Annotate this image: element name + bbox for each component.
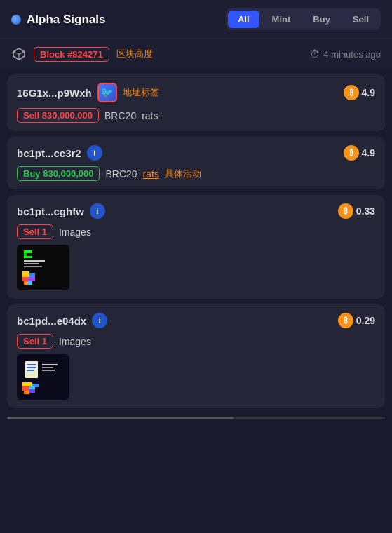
svg-rect-7 xyxy=(22,271,29,277)
svg-rect-3 xyxy=(27,250,29,253)
time-ago: 4 minutes ago xyxy=(323,49,381,60)
logo-dot xyxy=(11,15,21,25)
btc-icon-3: ₿ xyxy=(338,203,353,219)
card-4-action: Sell 1 Images xyxy=(17,334,375,349)
card-2-btc: ₿ 4.9 xyxy=(344,145,375,161)
card-1-header: 16G1x...p9Wxh 🐦 地址标签 ₿ 4.9 xyxy=(17,83,375,102)
card-3-token-type: Images xyxy=(59,227,91,238)
card-3-nft-image xyxy=(17,245,69,290)
card-4-avatar: i xyxy=(92,313,107,328)
card-1-btc: ₿ 4.9 xyxy=(344,85,375,100)
svg-rect-5 xyxy=(24,253,27,256)
card-3-action: Sell 1 Images xyxy=(17,224,375,239)
svg-rect-11 xyxy=(24,281,28,285)
svg-rect-21 xyxy=(22,382,32,386)
card-2-token-type: BRC20 xyxy=(105,168,137,180)
block-bar: Block #824271 区块高度 ⏱ 4 minutes ago xyxy=(0,39,392,69)
svg-rect-13 xyxy=(24,260,45,262)
card-2-avatar: i xyxy=(87,145,102,161)
card-2-activity: 具体活动 xyxy=(165,168,201,180)
card-3-avatar: i xyxy=(90,203,105,219)
svg-rect-25 xyxy=(24,391,29,394)
card-3-btc: ₿ 0.33 xyxy=(338,203,375,219)
svg-rect-29 xyxy=(42,370,55,371)
card-1: 16G1x...p9Wxh 🐦 地址标签 ₿ 4.9 Sell 830,000,… xyxy=(7,74,385,131)
svg-rect-19 xyxy=(27,367,36,368)
card-4-sell-tag[interactable]: Sell 1 xyxy=(17,334,53,349)
svg-rect-12 xyxy=(28,281,32,285)
svg-rect-2 xyxy=(24,250,27,253)
card-1-btc-amount: 4.9 xyxy=(362,87,375,98)
svg-rect-15 xyxy=(24,266,42,267)
card-4-token-type: Images xyxy=(59,336,91,347)
card-3-header: bc1pt...cghfw i ₿ 0.33 xyxy=(17,203,375,219)
svg-rect-20 xyxy=(27,370,34,371)
tab-buy[interactable]: Buy xyxy=(303,11,340,28)
card-2-action: Buy 830,000,000 BRC20 rats 具体活动 xyxy=(17,166,375,181)
tab-mint[interactable]: Mint xyxy=(262,11,301,28)
card-2-buy-tag[interactable]: Buy 830,000,000 xyxy=(17,166,100,181)
card-2: bc1pt...cc3r2 i ₿ 4.9 Buy 830,000,000 BR… xyxy=(7,137,385,189)
svg-rect-8 xyxy=(29,273,35,277)
card-2-token-name[interactable]: rats xyxy=(143,168,159,180)
card-1-avatar: 🐦 xyxy=(97,83,117,102)
card-3: bc1pt...cghfw i ₿ 0.33 Sell 1 Images xyxy=(7,195,385,299)
card-4-address[interactable]: bc1pd...e04dx xyxy=(17,315,86,327)
card-1-token-type: BRC20 xyxy=(104,110,136,121)
card-3-sell-tag[interactable]: Sell 1 xyxy=(17,224,53,239)
tab-all[interactable]: All xyxy=(228,11,259,28)
card-1-tag: 地址标签 xyxy=(123,86,159,99)
svg-rect-28 xyxy=(42,367,53,368)
card-3-btc-amount: 0.33 xyxy=(356,205,375,217)
clock-icon: ⏱ xyxy=(310,48,320,60)
block-number[interactable]: Block #824271 xyxy=(34,47,109,62)
card-4: bc1pd...e04dx i ₿ 0.29 Sell 1 Images xyxy=(7,304,385,408)
svg-rect-4 xyxy=(29,250,32,253)
cube-icon xyxy=(11,46,27,62)
block-label-cn: 区块高度 xyxy=(116,48,153,60)
btc-icon-4: ₿ xyxy=(338,313,353,328)
svg-rect-14 xyxy=(24,263,39,264)
tab-group: All Mint Buy Sell xyxy=(226,8,381,30)
app-title: Alpha Signals xyxy=(27,13,226,27)
card-1-token-name: rats xyxy=(142,110,158,121)
svg-rect-9 xyxy=(22,277,28,281)
scrollbar[interactable] xyxy=(7,417,385,419)
btc-icon-2: ₿ xyxy=(344,145,359,161)
tab-sell[interactable]: Sell xyxy=(343,11,379,28)
scrollbar-thumb xyxy=(7,417,234,419)
card-1-sell-tag[interactable]: Sell 830,000,000 xyxy=(17,108,99,123)
card-2-header: bc1pt...cc3r2 i ₿ 4.9 xyxy=(17,145,375,161)
svg-rect-23 xyxy=(22,386,29,391)
svg-rect-27 xyxy=(42,364,58,365)
card-4-header: bc1pd...e04dx i ₿ 0.29 xyxy=(17,313,375,328)
card-1-action: Sell 830,000,000 BRC20 rats xyxy=(17,108,375,123)
card-4-nft-image xyxy=(17,354,69,400)
card-2-btc-amount: 4.9 xyxy=(362,147,375,158)
svg-rect-18 xyxy=(27,364,36,365)
app-header: Alpha Signals All Mint Buy Sell xyxy=(0,0,392,39)
card-4-btc-amount: 0.29 xyxy=(356,315,375,326)
btc-icon-1: ₿ xyxy=(344,85,359,100)
svg-rect-26 xyxy=(29,389,35,393)
card-3-address[interactable]: bc1pt...cghfw xyxy=(17,205,84,217)
time-info: ⏱ 4 minutes ago xyxy=(310,48,381,60)
svg-rect-6 xyxy=(24,256,32,258)
card-1-address[interactable]: 16G1x...p9Wxh xyxy=(17,87,92,99)
cards-container: 16G1x...p9Wxh 🐦 地址标签 ₿ 4.9 Sell 830,000,… xyxy=(0,69,392,414)
card-2-address[interactable]: bc1pt...cc3r2 xyxy=(17,147,81,159)
card-4-btc: ₿ 0.29 xyxy=(338,313,375,328)
svg-rect-10 xyxy=(28,277,35,281)
